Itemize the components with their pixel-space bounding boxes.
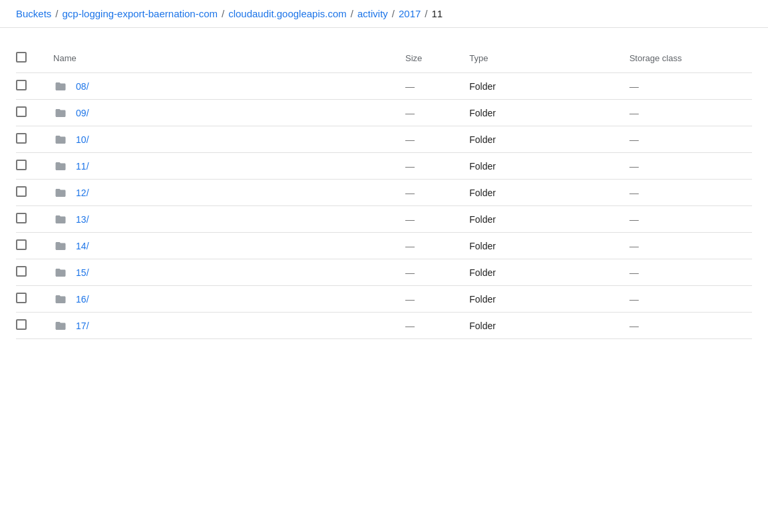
row-size-cell-3: — xyxy=(400,153,464,180)
select-all-checkbox[interactable] xyxy=(16,52,27,63)
row-type-cell-9: Folder xyxy=(464,313,624,339)
row-storage-class-cell-7: — xyxy=(624,259,752,286)
row-name-cell-7: 15/ xyxy=(48,259,400,286)
row-size-cell-9: — xyxy=(400,313,464,339)
table-row: 16/—Folder— xyxy=(16,286,752,313)
folder-link-9[interactable]: 17/ xyxy=(76,321,89,331)
row-checkbox-3[interactable] xyxy=(16,160,27,170)
folder-link-1[interactable]: 09/ xyxy=(76,108,89,118)
row-type-cell-1: Folder xyxy=(464,100,624,126)
row-checkbox-9[interactable] xyxy=(16,319,27,330)
row-type-cell-0: Folder xyxy=(464,73,624,100)
row-type-cell-6: Folder xyxy=(464,233,624,259)
folder-link-0[interactable]: 08/ xyxy=(76,81,89,92)
folder-icon xyxy=(53,107,68,119)
row-storage-class-cell-8: — xyxy=(624,286,752,313)
breadcrumb: Buckets / gcp-logging-export-baernation-… xyxy=(0,0,768,28)
table-row: 09/—Folder— xyxy=(16,100,752,126)
row-storage-class-cell-9: — xyxy=(624,313,752,339)
row-checkbox-0[interactable] xyxy=(16,80,27,90)
row-checkbox-cell-2 xyxy=(16,126,48,153)
folder-link-3[interactable]: 11/ xyxy=(76,161,89,172)
row-checkbox-cell-9 xyxy=(16,313,48,339)
row-type-cell-4: Folder xyxy=(464,180,624,206)
folder-link-8[interactable]: 16/ xyxy=(76,294,89,305)
row-size-cell-0: — xyxy=(400,73,464,100)
row-storage-class-cell-3: — xyxy=(624,153,752,180)
table-row: 14/—Folder— xyxy=(16,233,752,259)
row-size-cell-1: — xyxy=(400,100,464,126)
folder-icon xyxy=(53,293,68,305)
row-checkbox-6[interactable] xyxy=(16,239,27,250)
row-checkbox-cell-1 xyxy=(16,100,48,126)
folder-link-7[interactable]: 15/ xyxy=(76,267,89,278)
row-checkbox-cell-7 xyxy=(16,259,48,286)
row-name-cell-5: 13/ xyxy=(48,206,400,233)
breadcrumb-separator-1: / xyxy=(222,8,224,19)
folder-link-6[interactable]: 14/ xyxy=(76,241,89,251)
row-name-cell-2: 10/ xyxy=(48,126,400,153)
row-storage-class-cell-1: — xyxy=(624,100,752,126)
breadcrumb-separator-4: / xyxy=(425,8,427,19)
folder-icon xyxy=(53,187,68,199)
folder-icon xyxy=(53,240,68,252)
row-size-cell-7: — xyxy=(400,259,464,286)
row-size-cell-2: — xyxy=(400,126,464,153)
row-name-cell-4: 12/ xyxy=(48,180,400,206)
row-checkbox-cell-8 xyxy=(16,286,48,313)
row-size-cell-4: — xyxy=(400,180,464,206)
breadcrumb-separator-3: / xyxy=(392,8,395,19)
row-storage-class-cell-4: — xyxy=(624,180,752,206)
header-type: Type xyxy=(464,44,624,73)
breadcrumb-separator-0: / xyxy=(55,8,58,19)
table-row: 08/—Folder— xyxy=(16,73,752,100)
breadcrumb-link-buckets[interactable]: Buckets xyxy=(16,8,51,19)
row-checkbox-4[interactable] xyxy=(16,186,27,197)
folder-link-4[interactable]: 12/ xyxy=(76,188,89,198)
table-row: 12/—Folder— xyxy=(16,180,752,206)
row-checkbox-cell-5 xyxy=(16,206,48,233)
row-checkbox-2[interactable] xyxy=(16,133,27,144)
folder-link-2[interactable]: 10/ xyxy=(76,134,89,145)
row-type-cell-8: Folder xyxy=(464,286,624,313)
table-header-row: Name Size Type Storage class xyxy=(16,44,752,73)
folder-icon xyxy=(53,267,68,279)
breadcrumb-separator-2: / xyxy=(351,8,353,19)
file-browser-table: Name Size Type Storage class 08/—Folder—… xyxy=(16,44,752,339)
breadcrumb-link-cloudaudit[interactable]: cloudaudit.googleapis.com xyxy=(228,8,347,19)
row-size-cell-5: — xyxy=(400,206,464,233)
folder-icon xyxy=(53,134,68,146)
row-name-cell-8: 16/ xyxy=(48,286,400,313)
folder-link-5[interactable]: 13/ xyxy=(76,214,89,225)
folder-icon xyxy=(53,213,68,225)
row-checkbox-cell-0 xyxy=(16,73,48,100)
folder-icon xyxy=(53,160,68,172)
row-checkbox-5[interactable] xyxy=(16,213,27,223)
row-size-cell-6: — xyxy=(400,233,464,259)
row-name-cell-6: 14/ xyxy=(48,233,400,259)
row-checkbox-7[interactable] xyxy=(16,266,27,277)
table-row: 15/—Folder— xyxy=(16,259,752,286)
breadcrumb-link-2017[interactable]: 2017 xyxy=(399,8,421,19)
row-storage-class-cell-5: — xyxy=(624,206,752,233)
row-storage-class-cell-0: — xyxy=(624,73,752,100)
row-checkbox-1[interactable] xyxy=(16,106,27,117)
table-row: 10/—Folder— xyxy=(16,126,752,153)
row-size-cell-8: — xyxy=(400,286,464,313)
row-type-cell-7: Folder xyxy=(464,259,624,286)
header-storage-class: Storage class xyxy=(624,44,752,73)
row-name-cell-1: 09/ xyxy=(48,100,400,126)
row-checkbox-8[interactable] xyxy=(16,293,27,303)
row-checkbox-cell-4 xyxy=(16,180,48,206)
breadcrumb-link-activity[interactable]: activity xyxy=(357,8,388,19)
row-storage-class-cell-2: — xyxy=(624,126,752,153)
header-name: Name xyxy=(48,44,400,73)
row-checkbox-cell-3 xyxy=(16,153,48,180)
breadcrumb-current: 11 xyxy=(432,8,443,19)
breadcrumb-link-bucket-name[interactable]: gcp-logging-export-baernation-com xyxy=(63,8,218,19)
row-name-cell-9: 17/ xyxy=(48,313,400,339)
row-type-cell-3: Folder xyxy=(464,153,624,180)
file-browser-table-container: Name Size Type Storage class 08/—Folder—… xyxy=(0,28,768,339)
row-name-cell-0: 08/ xyxy=(48,73,400,100)
table-row: 17/—Folder— xyxy=(16,313,752,339)
